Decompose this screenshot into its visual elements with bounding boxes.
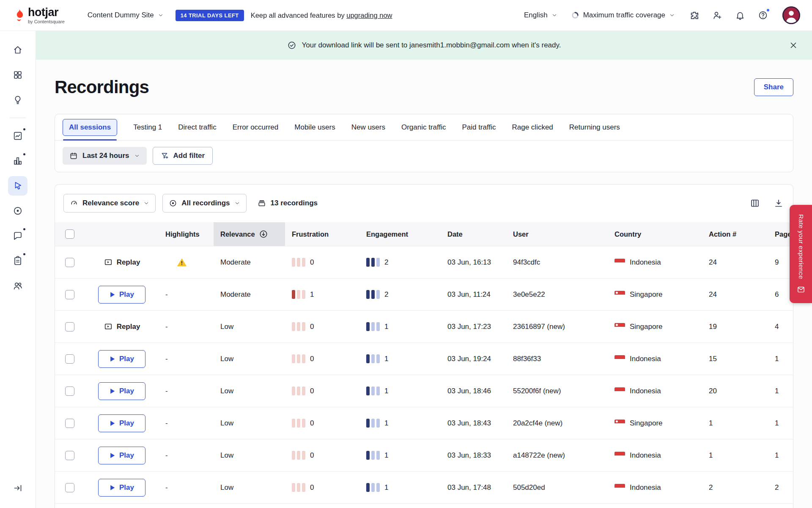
play-triangle-icon — [110, 356, 115, 362]
notification-dot — [22, 152, 26, 156]
play-button[interactable]: Play — [98, 447, 145, 464]
help-button[interactable] — [757, 9, 769, 21]
recording-row[interactable]: Replay-Low0103 Jun, 17:2323616897 (new)S… — [55, 310, 793, 342]
sidebar-item-expand-sidebar[interactable] — [8, 478, 27, 498]
sidebar-item-trends-chart[interactable] — [8, 126, 27, 146]
row-checkbox[interactable] — [65, 483, 74, 492]
tab-error-occurred[interactable]: Error occurred — [233, 123, 279, 132]
tab-returning-users[interactable]: Returning users — [569, 123, 620, 132]
recording-row[interactable]: Play-Low0103 Jun, 19:2488f36f33Indonesia… — [55, 342, 793, 375]
tab-paid-traffic[interactable]: Paid traffic — [462, 123, 496, 132]
sidebar-item-feedback-bubble[interactable] — [8, 226, 27, 246]
recording-row[interactable]: Play-Low0103 Jun, 18:33a148722e (new)Ind… — [55, 439, 793, 471]
tab-direct-traffic[interactable]: Direct traffic — [178, 123, 216, 132]
download-button[interactable] — [773, 197, 785, 209]
date-range-selector[interactable]: Last 24 hours — [63, 147, 147, 165]
funnels-bars-icon — [13, 156, 23, 166]
row-checkbox[interactable] — [65, 290, 74, 299]
play-triangle-icon — [110, 292, 115, 298]
tab-all-sessions[interactable]: All sessions — [63, 119, 117, 136]
play-button[interactable]: Play — [98, 414, 145, 432]
table-header-row: HighlightsRelevanceFrustrationEngagement… — [55, 222, 793, 246]
chevron-down-icon — [158, 12, 164, 18]
tab-rage-clicked[interactable]: Rage clicked — [512, 123, 553, 132]
language-selector[interactable]: English — [524, 11, 557, 19]
engagement-meter — [366, 290, 380, 299]
columns-icon — [750, 198, 760, 208]
row-checkbox[interactable] — [65, 354, 74, 364]
traffic-coverage-selector[interactable]: Maximum traffic coverage — [571, 11, 675, 19]
invite-user-button[interactable] — [711, 9, 723, 21]
recording-row[interactable]: Play-Moderate1203 Jun, 11:243e0e5e22Sing… — [55, 278, 793, 310]
replay-button[interactable]: Replay — [104, 258, 140, 267]
share-button[interactable]: Share — [754, 78, 793, 96]
tab-mobile-users[interactable]: Mobile users — [294, 123, 335, 132]
table-toolbar: Relevance score All recordings 13 record… — [55, 185, 793, 222]
frustration-meter — [292, 419, 305, 428]
recording-row[interactable]: Play-Low0103 Jun, 17:48505d20edIndonesia… — [55, 471, 793, 503]
column-header-engagement[interactable]: Engagement — [359, 222, 441, 246]
sidebar-item-dashboard-grid[interactable] — [8, 65, 27, 85]
frustration-count: 0 — [310, 387, 314, 395]
column-header-frustration[interactable]: Frustration — [285, 222, 359, 246]
rate-experience-widget[interactable]: Rate your experience — [790, 205, 812, 303]
upgrade-link[interactable]: upgrading now — [346, 11, 392, 19]
row-checkbox[interactable] — [65, 419, 74, 428]
country-flag-indonesia — [614, 452, 625, 459]
user-avatar[interactable] — [782, 6, 800, 24]
play-button[interactable]: Play — [98, 382, 145, 400]
row-action-cell: Play — [85, 286, 159, 304]
replay-button[interactable]: Replay — [104, 322, 140, 331]
tab-organic-traffic[interactable]: Organic traffic — [401, 123, 446, 132]
puzzle-button[interactable] — [689, 9, 700, 21]
frustration-cell: 0 — [285, 258, 359, 267]
play-button[interactable]: Play — [98, 286, 145, 304]
page-count-cell: 1 — [768, 387, 793, 395]
column-header-relevance[interactable]: Relevance — [214, 222, 285, 246]
bell-button[interactable] — [734, 9, 746, 21]
column-header-country[interactable]: Country — [608, 222, 702, 246]
row-checkbox[interactable] — [65, 387, 74, 396]
column-header-actions[interactable]: Action # — [702, 222, 768, 246]
sidebar-item-interviews-users[interactable] — [8, 276, 27, 295]
hotjar-logo[interactable]: hotjar by Contentsquare — [14, 7, 65, 24]
avatar-person-icon — [782, 6, 800, 24]
sidebar-item-surveys-clipboard[interactable] — [8, 251, 27, 271]
sidebar-item-lightbulb[interactable] — [8, 90, 27, 110]
highlight-empty: - — [165, 483, 168, 492]
row-checkbox[interactable] — [65, 451, 74, 460]
tab-new-users[interactable]: New users — [351, 123, 385, 132]
play-triangle-icon — [110, 453, 115, 458]
scope-selector[interactable]: All recordings — [162, 194, 246, 213]
column-header-highlights[interactable]: Highlights — [159, 222, 214, 246]
play-button[interactable]: Play — [98, 350, 145, 368]
tab-testing-1[interactable]: Testing 1 — [133, 123, 162, 132]
country-name: Indonesia — [630, 355, 661, 363]
select-all-checkbox[interactable] — [65, 229, 74, 239]
sidebar-item-funnels-bars[interactable] — [8, 151, 27, 171]
play-label: Play — [119, 387, 134, 395]
recording-row[interactable]: Play-Low0103 Jun, 18:4320a2cf4e (new)Sin… — [55, 407, 793, 439]
play-button[interactable]: Play — [98, 479, 145, 497]
user-id: 3e0e5e22 — [513, 290, 545, 299]
manage-columns-button[interactable] — [749, 197, 761, 209]
sidebar-item-home[interactable] — [8, 40, 27, 60]
user-cell: a148722e (new) — [506, 451, 608, 460]
row-checkbox[interactable] — [65, 258, 74, 267]
add-filter-button[interactable]: Add filter — [153, 147, 213, 165]
sidebar-item-heatmaps-target[interactable] — [8, 201, 27, 221]
row-checkbox[interactable] — [65, 322, 74, 331]
column-header-date[interactable]: Date — [441, 222, 506, 246]
recording-row[interactable]: Play-Low0103 Jun, 18:4655200f6f (new)Ind… — [55, 375, 793, 407]
column-header-user[interactable]: User — [506, 222, 608, 246]
site-selector[interactable]: Content Dummy Site — [88, 11, 164, 19]
sidebar-item-recordings-pointer[interactable] — [8, 176, 27, 196]
action-count: 1 — [709, 419, 713, 428]
banner-close-button[interactable] — [788, 40, 798, 50]
replay-icon — [104, 322, 113, 331]
recording-row[interactable]: ReplayModerate0203 Jun, 16:1394f3cdfcInd… — [55, 246, 793, 278]
sort-selector[interactable]: Relevance score — [63, 194, 156, 213]
home-icon — [13, 45, 23, 55]
frustration-meter — [292, 451, 305, 460]
table-body: ReplayModerate0203 Jun, 16:1394f3cdfcInd… — [55, 246, 793, 508]
